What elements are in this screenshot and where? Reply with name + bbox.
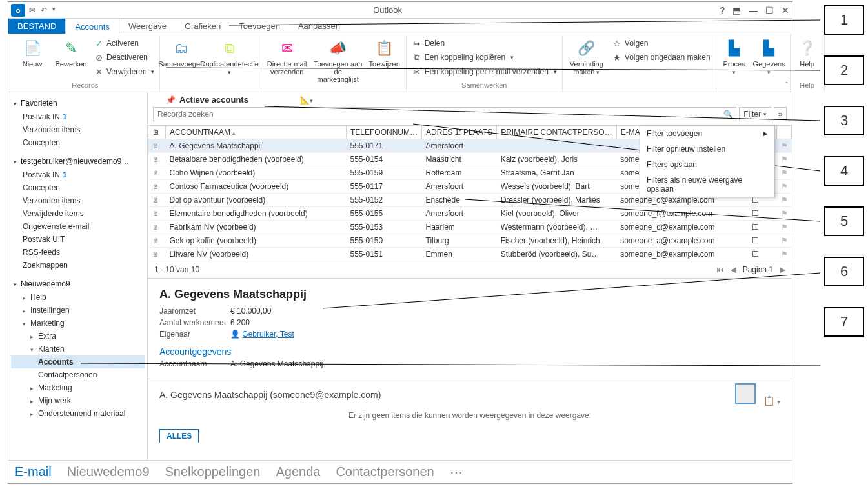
col-telefoon[interactable]: TELEFOONNUM… <box>347 126 422 139</box>
nieuw-button[interactable]: 📄 Nieuw <box>15 37 50 68</box>
filter-button[interactable]: Filter ▾ <box>739 107 771 121</box>
nav-item[interactable]: Ondersteunend materiaal <box>11 407 145 420</box>
table-row[interactable]: 🗎Gek op koffie (voorbeeld)555-0150Tilbur… <box>148 234 792 248</box>
nav-item[interactable]: Extra <box>11 330 145 343</box>
close-icon[interactable]: ✕ <box>782 5 789 15</box>
nav-item[interactable]: Postvak IN1 <box>11 110 145 123</box>
tab-grafieken[interactable]: Grafieken <box>176 19 230 34</box>
tab-accounts[interactable]: Accounts <box>65 19 119 34</box>
help-icon[interactable]: ? <box>720 5 725 15</box>
cell-flag[interactable]: ⚑ <box>777 194 792 207</box>
activeren-button[interactable]: ✓Activeren <box>92 37 156 50</box>
cell-flag[interactable]: ⚑ <box>777 234 792 248</box>
col-flag[interactable] <box>777 126 792 139</box>
duplicaten-button[interactable]: ⧉Duplicatendetectie▾ <box>203 37 257 76</box>
nav-item[interactable]: Ongewenste e-mail <box>11 220 145 233</box>
samenvoegen-button[interactable]: 🗂Samenvoegen <box>164 37 199 68</box>
nav-item[interactable]: Instellingen <box>11 304 145 317</box>
filter-menu-save[interactable]: Filters opslaan <box>640 157 774 172</box>
nav-item[interactable]: Marketing <box>11 317 145 330</box>
col-contact[interactable]: PRIMAIRE CONTACTPERSO… <box>497 126 616 139</box>
clipboard-icon[interactable]: 📋 <box>763 395 774 406</box>
nav-item[interactable]: Postvak UIT <box>11 233 145 246</box>
tab-bestand[interactable]: BESTAND <box>8 19 65 34</box>
pin-icon[interactable]: 📌 <box>166 95 176 105</box>
tab-aanpassen[interactable]: Aanpassen <box>289 19 349 34</box>
nav-item[interactable]: Contactpersonen <box>11 368 145 381</box>
pager-next-icon[interactable]: ▶ <box>780 265 785 274</box>
cell-flag[interactable]: ⚑ <box>777 180 792 194</box>
alles-tab[interactable]: ALLES <box>159 429 199 443</box>
cell-checkbox[interactable]: ☐ <box>748 248 763 261</box>
col-accountnaam[interactable]: ACCOUNTNAAM ▴ <box>166 126 347 139</box>
verwijderen-button[interactable]: ✕Verwijderen▾ <box>92 65 156 78</box>
nav-group-favorieten[interactable]: Favorieten <box>11 96 145 110</box>
col-plaats[interactable]: ADRES 1: PLAATS <box>422 126 497 139</box>
filter-menu-save-as-view[interactable]: Filters als nieuwe weergave opslaan <box>640 172 774 197</box>
pager-prev-icon[interactable]: ◀ <box>731 265 736 274</box>
bewerken-button[interactable]: ✎ Bewerken <box>54 37 88 68</box>
koppeling-kopieren-button[interactable]: ⧉Een koppeling kopiëren▾ <box>410 51 558 64</box>
cell-flag[interactable]: ⚑ <box>777 207 792 221</box>
nav-group-nieuwedemo9[interactable]: Nieuwedemo9 <box>11 277 145 291</box>
chevron-down-icon[interactable]: ▾ <box>777 398 780 405</box>
marketinglijst-button[interactable]: 📣Toevoegen aan de marketinglijst <box>313 37 363 83</box>
footer-agenda[interactable]: Agenda <box>276 465 320 479</box>
nav-item[interactable]: Accounts <box>11 355 145 368</box>
search-icon[interactable]: 🔍 <box>720 110 736 119</box>
collapse-ribbon-icon[interactable]: ˆ <box>785 81 788 90</box>
cell-flag[interactable]: ⚑ <box>777 139 792 153</box>
footer-contactpersonen[interactable]: Contactpersonen <box>336 465 434 479</box>
gegevens-button[interactable]: ▙Gegevens▾ <box>752 37 786 76</box>
proces-button[interactable]: ▙Proces▾ <box>720 37 749 76</box>
tab-toevoegen[interactable]: Toevoegen <box>230 19 289 34</box>
nav-item[interactable]: Concepten <box>11 181 145 194</box>
toewijzen-button[interactable]: 📋Toewijzen <box>367 37 402 68</box>
nav-item[interactable]: Verwijderde items <box>11 207 145 220</box>
nav-item[interactable]: Concepten <box>11 136 145 149</box>
ribbon-options-icon[interactable]: ⬒ <box>732 5 741 15</box>
filter-menu-reset[interactable]: Filter opnieuw instellen <box>640 141 774 157</box>
search-input[interactable] <box>154 110 720 119</box>
footer-nieuwedemo9[interactable]: Nieuwedemo9 <box>67 465 150 479</box>
help-button[interactable]: ❔Help <box>794 37 820 68</box>
deactiveren-button[interactable]: ⊘Deactiveren <box>92 51 156 64</box>
nav-group-account[interactable]: testgebruiker@nieuwedemo9… <box>11 154 145 168</box>
cell-flag[interactable]: ⚑ <box>777 248 792 261</box>
nav-item[interactable]: Help <box>11 291 145 304</box>
nav-item[interactable]: Verzonden items <box>11 194 145 207</box>
nav-item[interactable]: RSS-feeds <box>11 246 145 259</box>
qat-undo-icon[interactable]: ↶ <box>41 6 47 15</box>
expand-button[interactable]: » <box>774 107 787 121</box>
cell-flag[interactable]: ⚑ <box>777 221 792 234</box>
direct-email-button[interactable]: ✉Direct e-mail verzenden <box>265 37 309 75</box>
filter-menu-add[interactable]: Filter toevoegen▶ <box>640 126 774 141</box>
search-box[interactable]: 🔍 <box>153 107 736 121</box>
cell-checkbox[interactable]: ☐ <box>748 221 763 234</box>
maximize-icon[interactable]: ☐ <box>765 5 774 15</box>
minimize-icon[interactable]: — <box>749 5 758 15</box>
view-dropdown-icon[interactable]: 📐▾ <box>300 95 313 105</box>
cell-checkbox[interactable]: ☐ <box>748 234 763 248</box>
delen-button[interactable]: ↪Delen <box>410 37 558 50</box>
nav-item[interactable]: Verzonden items <box>11 123 145 136</box>
nav-item[interactable]: Zoekmappen <box>11 259 145 272</box>
nav-item[interactable]: Klanten <box>11 343 145 355</box>
cell-flag[interactable]: ⚑ <box>777 166 792 180</box>
table-row[interactable]: 🗎Elementaire benodigdheden (voorbeeld)55… <box>148 207 792 221</box>
verbinding-button[interactable]: 🔗Verbinding maken ▾ <box>567 37 607 76</box>
footer-email[interactable]: E-mail <box>15 465 52 479</box>
nav-item[interactable]: Marketing <box>11 381 145 394</box>
tab-weergave[interactable]: Weergave <box>119 19 176 34</box>
volgen-button[interactable]: ☆Volgen <box>611 37 712 50</box>
nav-item[interactable]: Postvak IN1 <box>11 168 145 181</box>
col-icon[interactable]: 🗎 <box>148 126 166 139</box>
table-row[interactable]: 🗎Litware NV (voorbeeld)555-0151EmmenStub… <box>148 248 792 261</box>
nav-item[interactable]: Mijn werk <box>11 394 145 407</box>
cell-flag[interactable]: ⚑ <box>777 153 792 166</box>
volgen-ongedaan-button[interactable]: ★Volgen ongedaan maken <box>611 51 712 64</box>
footer-snelkoppelingen[interactable]: Snelkoppelingen <box>165 465 261 479</box>
cell-checkbox[interactable]: ☐ <box>748 207 763 221</box>
pager-first-icon[interactable]: ⏮ <box>716 265 724 274</box>
footer-more-icon[interactable]: ⋯ <box>450 465 463 480</box>
